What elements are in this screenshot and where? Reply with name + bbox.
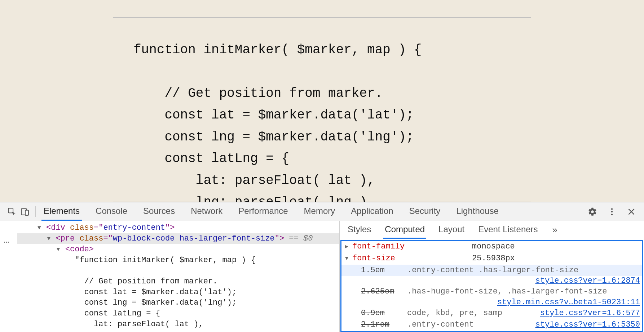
cascade-selector: .entry-content .has-larger-font-size — [407, 265, 640, 276]
svg-rect-2 — [25, 210, 28, 215]
toolbar-right — [586, 206, 644, 218]
svg-point-4 — [611, 208, 613, 210]
tab-console[interactable]: Console — [93, 202, 129, 221]
tab-application[interactable]: Application — [349, 202, 395, 221]
dom-line[interactable]: const lng = $marker.data('lng'); — [46, 297, 339, 308]
dom-line[interactable]: ▼<code> — [46, 244, 339, 255]
cascade-selector: code, kbd, pre, samp — [407, 308, 534, 319]
svg-point-5 — [611, 211, 613, 212]
tab-sources[interactable]: Sources — [141, 202, 177, 221]
computed-property[interactable]: ▼font-size25.5938px — [341, 253, 642, 265]
cascade-value: 2.1rem — [361, 320, 401, 330]
kebab-icon[interactable] — [606, 206, 618, 218]
cascade-entry[interactable]: 2.625em.has-huge-font-size, .has-larger-… — [341, 286, 642, 298]
more-tabs-icon[interactable]: » — [550, 224, 560, 235]
devtools-panels: … ▼<div class="entry-content"> ▼<pre cla… — [0, 221, 644, 332]
dom-gutter: … — [0, 221, 17, 332]
subtab-layout[interactable]: Layout — [437, 221, 466, 239]
tab-security[interactable]: Security — [407, 202, 443, 221]
cascade-entry[interactable]: 2.1rem.entry-contentstyle.css?ver=1.6:53… — [341, 319, 642, 331]
dom-line[interactable]: ▼<div class="entry-content"> — [46, 223, 339, 233]
sub-tabs: StylesComputedLayoutEvent Listeners» — [340, 221, 644, 239]
computed-property[interactable]: ▶font-familymonospace — [341, 241, 642, 253]
subtab-computed[interactable]: Computed — [383, 221, 426, 239]
property-value: 25.5938px — [345, 254, 515, 264]
ellipsis-icon: … — [4, 234, 10, 247]
dom-line[interactable]: "function initMarker( $marker, map ) { — [46, 255, 339, 266]
close-icon[interactable] — [625, 206, 638, 218]
dom-line[interactable]: const lat = $marker.data('lat'); — [46, 287, 339, 298]
device-toggle-icon[interactable] — [19, 206, 31, 218]
svg-point-6 — [611, 214, 613, 215]
dom-line[interactable]: const latLng = { — [46, 308, 339, 319]
tab-performance[interactable]: Performance — [236, 202, 290, 221]
disclosure-triangle-icon[interactable]: ▼ — [38, 224, 43, 232]
elements-dom-tree[interactable]: … ▼<div class="entry-content"> ▼<pre cla… — [0, 221, 340, 332]
stylesheet-link[interactable]: style.css?ver=1.6:577 — [540, 308, 640, 319]
toolbar-divider — [35, 206, 36, 217]
styles-panel: StylesComputedLayoutEvent Listeners» ▶fo… — [340, 221, 644, 332]
subtab-styles[interactable]: Styles — [346, 221, 372, 239]
cascade-value: 1.5em — [361, 265, 401, 276]
dom-line[interactable] — [46, 265, 339, 276]
cascade-selector: .entry-content — [407, 320, 529, 330]
property-value: monospace — [345, 242, 515, 252]
stylesheet-link[interactable]: style.min.css?v…beta1-50231:11 — [497, 298, 640, 307]
rendered-page: function initMarker( $marker, map ) { //… — [0, 0, 644, 202]
subtab-event-listeners[interactable]: Event Listeners — [477, 221, 539, 239]
tab-network[interactable]: Network — [189, 202, 225, 221]
tab-memory[interactable]: Memory — [302, 202, 338, 221]
devtools-panel: ElementsConsoleSourcesNetworkPerformance… — [0, 202, 644, 332]
disclosure-triangle-icon[interactable]: ▼ — [47, 235, 53, 243]
dom-line[interactable]: // Get position from marker. — [46, 276, 339, 287]
cascade-entry[interactable]: 0.9emcode, kbd, pre, sampstyle.css?ver=1… — [341, 308, 642, 319]
code-text: function initMarker( $marker, map ) { //… — [133, 39, 511, 202]
computed-styles[interactable]: ▶font-familymonospace▼font-size25.5938px… — [340, 240, 643, 332]
stylesheet-link[interactable]: style.css?ver=1.6:5350 — [535, 320, 640, 330]
code-block: function initMarker( $marker, map ) { //… — [113, 17, 531, 202]
cascade-value: 0.9em — [361, 308, 401, 319]
dom-line[interactable]: lat: parseFloat( lat ), — [46, 319, 339, 330]
main-tabs: ElementsConsoleSourcesNetworkPerformance… — [41, 202, 586, 221]
devtools-toolbar: ElementsConsoleSourcesNetworkPerformance… — [0, 202, 644, 221]
cascade-value: 2.625em — [361, 287, 401, 297]
cascade-entry[interactable]: 1.5em.entry-content .has-larger-font-siz… — [341, 265, 642, 277]
cascade-selector: .has-huge-font-size, .has-larger-font-si… — [407, 287, 640, 297]
tab-elements[interactable]: Elements — [41, 202, 82, 221]
tab-lighthouse[interactable]: Lighthouse — [454, 202, 500, 221]
stylesheet-link[interactable]: style.css?ver=1.6:2874 — [535, 276, 640, 285]
gear-icon[interactable] — [586, 206, 599, 218]
disclosure-triangle-icon[interactable]: ▼ — [57, 246, 62, 254]
dom-line[interactable]: ▼<pre class="wp-block-code has-larger-fo… — [0, 233, 339, 244]
inspect-icon[interactable] — [6, 206, 18, 218]
